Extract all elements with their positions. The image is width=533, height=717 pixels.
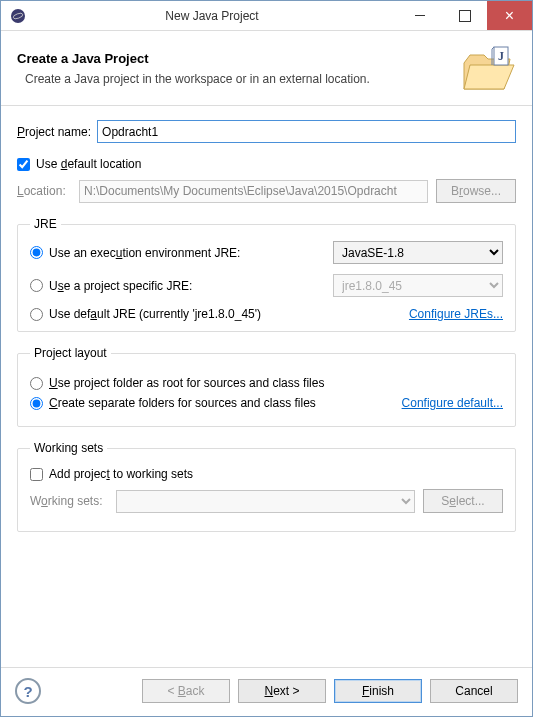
window-title: New Java Project	[27, 9, 397, 23]
use-default-location-label: Use default location	[36, 157, 141, 171]
wizard-description: Create a Java project in the workspace o…	[17, 72, 460, 86]
use-project-jre-label: Use a project specific JRE:	[49, 279, 192, 293]
jre-legend: JRE	[30, 217, 61, 231]
configure-jres-link[interactable]: Configure JREs...	[409, 307, 503, 321]
svg-marker-3	[464, 65, 514, 89]
project-layout-group: Project layout Use project folder as roo…	[17, 346, 516, 427]
select-working-sets-button: Select...	[423, 489, 503, 513]
project-layout-legend: Project layout	[30, 346, 111, 360]
project-name-input[interactable]	[97, 120, 516, 143]
svg-text:J: J	[498, 49, 504, 63]
maximize-button[interactable]	[442, 1, 487, 30]
eclipse-icon	[9, 7, 27, 25]
configure-default-link[interactable]: Configure default...	[402, 396, 503, 410]
jre-group: JRE Use an execution environment JRE: Ja…	[17, 217, 516, 332]
use-execution-env-radio[interactable]	[30, 246, 43, 259]
use-default-location-checkbox[interactable]	[17, 158, 30, 171]
button-bar: ? < Back Next > Finish Cancel	[1, 667, 532, 716]
use-default-jre-radio[interactable]	[30, 308, 43, 321]
layout-root-label: Use project folder as root for sources a…	[49, 376, 324, 390]
location-label: Location:	[17, 184, 73, 198]
location-input	[79, 180, 428, 203]
next-button[interactable]: Next >	[238, 679, 326, 703]
folder-java-icon: J	[460, 43, 516, 93]
working-sets-label: Working sets:	[30, 494, 110, 508]
execution-env-combo[interactable]: JavaSE-1.8	[333, 241, 503, 264]
finish-button[interactable]: Finish	[334, 679, 422, 703]
wizard-heading: Create a Java Project	[17, 51, 460, 66]
use-execution-env-label: Use an execution environment JRE:	[49, 246, 240, 260]
help-button[interactable]: ?	[15, 678, 41, 704]
layout-separate-radio[interactable]	[30, 397, 43, 410]
cancel-button[interactable]: Cancel	[430, 679, 518, 703]
wizard-banner: Create a Java Project Create a Java proj…	[1, 31, 532, 106]
back-button: < Back	[142, 679, 230, 703]
add-to-working-sets-checkbox[interactable]	[30, 468, 43, 481]
svg-point-0	[11, 9, 25, 23]
use-default-jre-label: Use default JRE (currently 'jre1.8.0_45'…	[49, 307, 261, 321]
close-button[interactable]	[487, 1, 532, 30]
layout-root-radio[interactable]	[30, 377, 43, 390]
use-project-jre-radio[interactable]	[30, 279, 43, 292]
title-bar: New Java Project	[1, 1, 532, 31]
browse-button: Browse...	[436, 179, 516, 203]
layout-separate-label: Create separate folders for sources and …	[49, 396, 316, 410]
working-sets-combo	[116, 490, 415, 513]
working-sets-group: Working sets Add project to working sets…	[17, 441, 516, 532]
project-jre-combo: jre1.8.0_45	[333, 274, 503, 297]
project-name-label: Project name:	[17, 125, 91, 139]
minimize-button[interactable]	[397, 1, 442, 30]
add-to-working-sets-label: Add project to working sets	[49, 467, 193, 481]
working-sets-legend: Working sets	[30, 441, 107, 455]
